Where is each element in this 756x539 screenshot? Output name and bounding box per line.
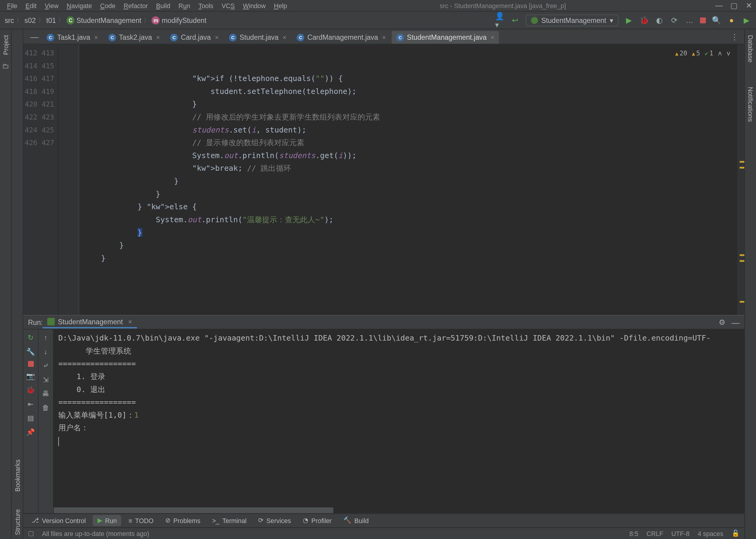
folder-icon[interactable]: 🗀 bbox=[2, 62, 9, 70]
bottom-profiler[interactable]: ◔Profiler bbox=[298, 515, 336, 526]
run-tab[interactable]: StudentManagement × bbox=[43, 317, 137, 328]
menu-build[interactable]: Build bbox=[153, 1, 174, 10]
bottom-run[interactable]: ▶Run bbox=[93, 515, 121, 526]
back-icon[interactable]: ↩ bbox=[511, 15, 520, 25]
editor[interactable]: 412 413 414 415 416 417 418 419 420 421 … bbox=[23, 44, 744, 315]
crumb-t01[interactable]: t01 bbox=[46, 16, 56, 24]
tab-Student-java[interactable]: CStudent.java× bbox=[225, 31, 291, 44]
inspection-widget[interactable]: 20 5 1 ʌ v bbox=[673, 47, 733, 60]
todo-icon: ≡ bbox=[128, 517, 132, 524]
stop2-icon[interactable] bbox=[28, 361, 34, 367]
caret-position[interactable]: 8:5 bbox=[629, 530, 638, 537]
database-tool[interactable]: Database bbox=[747, 32, 754, 66]
error-stripe[interactable] bbox=[737, 44, 744, 315]
status-box-icon[interactable]: ▢ bbox=[28, 530, 34, 537]
crumb-class[interactable]: CStudentManagement bbox=[67, 16, 141, 24]
tab-Task2-java[interactable]: CTask2.java× bbox=[104, 31, 165, 44]
bottom-services[interactable]: ⟳Services bbox=[253, 515, 296, 526]
bottom-terminal[interactable]: >_Terminal bbox=[207, 515, 251, 526]
main-menu[interactable]: File Edit View Navigate Code Refactor Bu… bbox=[4, 1, 291, 10]
bottom-todo[interactable]: ≡TODO bbox=[124, 515, 158, 526]
menu-file[interactable]: File bbox=[4, 1, 21, 10]
trash-icon[interactable]: 🗑 bbox=[41, 403, 50, 412]
tab-close-icon[interactable]: × bbox=[94, 34, 98, 40]
run-icon[interactable]: ▶ bbox=[624, 15, 634, 25]
run-config-selector[interactable]: StudentManagement ▾ bbox=[525, 14, 618, 26]
tab-StudentManagement-java[interactable]: CStudentManagement.java× bbox=[392, 31, 499, 44]
tabs-more-icon[interactable]: ⋮ bbox=[724, 30, 744, 44]
crumb-s02[interactable]: s02 bbox=[24, 16, 35, 24]
layout-icon[interactable]: ▤ bbox=[26, 414, 35, 423]
run-tab-close-icon[interactable]: × bbox=[128, 318, 132, 326]
close-icon[interactable]: ✕ bbox=[745, 1, 752, 10]
bottom-problems[interactable]: ⊘Problems bbox=[161, 515, 205, 526]
chevron-up-icon[interactable]: ʌ bbox=[718, 47, 722, 60]
readonly-icon[interactable]: 🔓 bbox=[732, 530, 740, 537]
bug2-icon[interactable]: 🐞 bbox=[26, 385, 35, 395]
structure-tool[interactable]: Structure bbox=[14, 509, 21, 535]
up-icon[interactable]: ↑ bbox=[41, 333, 50, 343]
encoding[interactable]: UTF-8 bbox=[671, 530, 689, 537]
wrap-icon[interactable]: ⤶ bbox=[41, 361, 50, 370]
menu-tools[interactable]: Tools bbox=[195, 1, 217, 10]
tab-close-icon[interactable]: × bbox=[215, 34, 219, 40]
debug-icon[interactable]: 🐞 bbox=[640, 15, 649, 25]
add-config-icon[interactable]: 👤▾ bbox=[495, 15, 505, 25]
rerun-icon[interactable]: ↻ bbox=[26, 333, 35, 343]
chevron-down-icon[interactable]: v bbox=[726, 47, 730, 60]
stop-icon[interactable] bbox=[700, 17, 706, 23]
menu-window[interactable]: Window bbox=[239, 1, 269, 10]
menu-vcs[interactable]: VCS bbox=[218, 1, 239, 10]
attach-icon[interactable]: … bbox=[685, 15, 694, 25]
ide-update-icon[interactable]: ● bbox=[727, 15, 736, 25]
fold-gutter[interactable] bbox=[58, 44, 80, 315]
wrench-icon[interactable]: 🔧 bbox=[26, 347, 35, 356]
pin-icon[interactable]: 📌 bbox=[26, 427, 35, 437]
gear-icon[interactable]: ⚙ bbox=[719, 318, 725, 327]
menu-refactor[interactable]: Refactor bbox=[120, 1, 151, 10]
indent[interactable]: 4 spaces bbox=[698, 530, 723, 537]
tab-Task1-java[interactable]: CTask1.java× bbox=[42, 31, 103, 44]
crumb-method[interactable]: mmodifyStudent bbox=[152, 16, 206, 24]
title-bar: File Edit View Navigate Code Refactor Bu… bbox=[0, 0, 756, 12]
search-icon[interactable]: 🔍 bbox=[712, 15, 721, 25]
collapse-icon[interactable]: — bbox=[27, 30, 42, 44]
tab-CardManagement-java[interactable]: CCardManagement.java× bbox=[292, 31, 391, 44]
code-area[interactable]: "kw">if (!telephone.equals("")) { studen… bbox=[79, 44, 737, 315]
bookmarks-tool[interactable]: Bookmarks bbox=[14, 460, 21, 492]
play-icon[interactable]: ▶ bbox=[742, 15, 751, 25]
hide-icon[interactable]: — bbox=[732, 318, 740, 327]
notifications-tool[interactable]: Notifications bbox=[747, 83, 754, 125]
exit-icon[interactable]: ⇤ bbox=[26, 400, 35, 409]
run-panel: Run: StudentManagement × ⚙ — ↻ 🔧 bbox=[23, 315, 744, 513]
maximize-icon[interactable]: ▢ bbox=[730, 1, 737, 10]
breadcrumb[interactable]: src〉 s02〉 t01〉 CStudentManagement〉 mmodi… bbox=[5, 16, 206, 24]
crumb-src[interactable]: src bbox=[5, 16, 14, 24]
menu-edit[interactable]: Edit bbox=[22, 1, 40, 10]
print-icon[interactable]: 🖶 bbox=[41, 389, 50, 398]
tab-close-icon[interactable]: × bbox=[283, 34, 286, 40]
minimize-icon[interactable]: — bbox=[715, 1, 722, 10]
console-scrollbar[interactable] bbox=[53, 507, 333, 513]
menu-view[interactable]: View bbox=[41, 1, 62, 10]
menu-code[interactable]: Code bbox=[97, 1, 119, 10]
bottom-version-control[interactable]: ⎇Version Control bbox=[27, 515, 91, 526]
line-separator[interactable]: CRLF bbox=[647, 530, 663, 537]
run-tools-left2: ↑ ↓ ⤶ ⇲ 🖶 🗑 bbox=[38, 330, 53, 513]
bottom-build[interactable]: 🔨Build bbox=[339, 515, 373, 526]
tab-Card-java[interactable]: CCard.java× bbox=[166, 31, 223, 44]
project-tool[interactable]: Project bbox=[2, 32, 9, 59]
camera-icon[interactable]: 📷 bbox=[26, 372, 35, 381]
tab-close-icon[interactable]: × bbox=[491, 34, 494, 40]
scroll-icon[interactable]: ⇲ bbox=[41, 375, 50, 384]
console-output[interactable]: D:\Java\jdk-11.0.7\bin\java.exe "-javaag… bbox=[53, 330, 744, 513]
menu-help[interactable]: Help bbox=[270, 1, 290, 10]
terminal-icon: >_ bbox=[212, 517, 219, 524]
tab-close-icon[interactable]: × bbox=[156, 34, 160, 40]
down-icon[interactable]: ↓ bbox=[41, 347, 50, 356]
menu-run[interactable]: Run bbox=[175, 1, 193, 10]
tab-close-icon[interactable]: × bbox=[382, 34, 386, 40]
profile-icon[interactable]: ⟳ bbox=[670, 15, 679, 25]
coverage-icon[interactable]: ◐ bbox=[654, 15, 664, 25]
menu-navigate[interactable]: Navigate bbox=[63, 1, 96, 10]
